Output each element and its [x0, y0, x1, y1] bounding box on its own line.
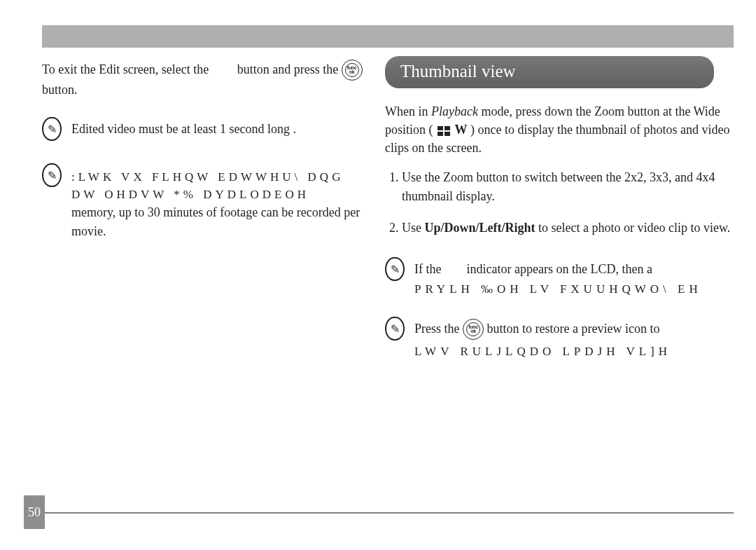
intro-c: ) once to display the thumbnail of photo…: [385, 123, 729, 155]
right-column: Thumbnail view When in Playback mode, pr…: [385, 56, 734, 361]
exit-text-a: To exit the Edit screen, select the: [42, 62, 212, 76]
note3-a: If the: [414, 262, 444, 276]
page-number: 50: [24, 495, 45, 529]
note-restore: Press the button to restore a preview ic…: [385, 317, 734, 361]
note-indicator: If the indicator appears on the LCD, the…: [385, 257, 734, 298]
func-ok-icon: [463, 319, 484, 340]
note-text: Press the button to restore a preview ic…: [414, 319, 734, 361]
note3-b: indicator appears on the LCD, then a: [466, 262, 652, 276]
note-text: :LWK VX FLHQW EDWWHU\ DQG DW OHDVW *% DY…: [71, 166, 364, 240]
garbled-text: :LWK VX FLHQW EDWWHU\ DQG DW OHDVW *% DY…: [71, 169, 364, 203]
note-edited-video: Edited video must be at least 1 second l…: [42, 117, 364, 141]
intro-a: When in: [385, 104, 431, 118]
note-icon: [42, 117, 62, 141]
note4-b: button to restore a preview icon to: [487, 322, 660, 336]
note-icon: [385, 257, 405, 281]
exit-instruction: To exit the Edit screen, select the butt…: [42, 60, 364, 99]
step-1: Use the Zoom button to switch between th…: [402, 168, 734, 206]
note-icon: [42, 163, 62, 187]
step2-a: Use: [402, 221, 425, 235]
footer-rule: [42, 512, 734, 514]
exit-text-c: button.: [42, 83, 78, 97]
garbled-line: LWV RULJLQDO LPDJH VL]H: [414, 343, 734, 361]
memory-text: memory, up to 30 minutes of footage can …: [71, 203, 364, 240]
garbled-line: PRYLH ‰OH LV FXUUHQWO\ EH: [414, 281, 734, 298]
note4-a: Press the: [414, 322, 463, 336]
note-icon: [385, 317, 405, 341]
page-content: To exit the Edit screen, select the butt…: [42, 56, 734, 361]
section-heading: Thumbnail view: [385, 56, 714, 88]
left-column: To exit the Edit screen, select the butt…: [42, 56, 364, 361]
step2-b: to select a photo or video clip to view.: [538, 221, 730, 235]
thumbnail-intro: When in Playback mode, press down the Zo…: [385, 102, 734, 157]
playback-word: Playback: [431, 104, 478, 118]
note-text: If the indicator appears on the LCD, the…: [414, 260, 734, 298]
note-text: Edited video must be at least 1 second l…: [71, 120, 364, 138]
steps-list: Use the Zoom button to switch between th…: [385, 168, 734, 238]
exit-text-b: button and press the: [237, 62, 342, 76]
direction-words: Up/Down/Left/Right: [425, 221, 536, 235]
thumbnail-grid-icon: [438, 126, 450, 136]
header-bar: [42, 25, 734, 48]
step-2: Use Up/Down/Left/Right to select a photo…: [402, 219, 734, 238]
w-glyph: W: [455, 123, 468, 137]
func-ok-icon: [342, 60, 363, 81]
note-memory: :LWK VX FLHQW EDWWHU\ DQG DW OHDVW *% DY…: [42, 163, 364, 240]
